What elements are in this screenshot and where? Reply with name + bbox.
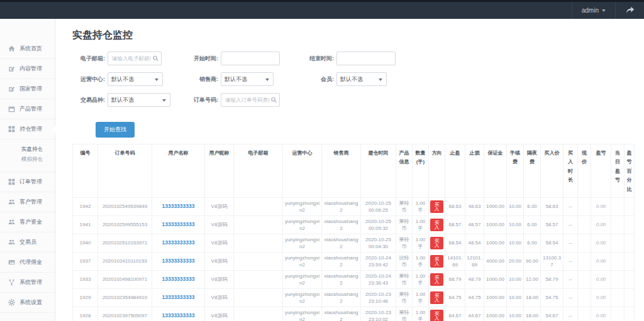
cell-qty: 1.00手 — [413, 198, 429, 216]
cell-day-profit — [611, 289, 625, 307]
logout-button[interactable] — [615, 2, 644, 19]
cell-profit: 0.00 — [591, 253, 611, 271]
table-row: 1942202010254953984913333333333V8源码yunyi… — [73, 198, 635, 216]
cell-profit: 0.00 — [591, 271, 611, 289]
cell-fee: 10.00 — [507, 271, 524, 289]
cell-center: yunyingzhongxin2 — [283, 271, 322, 289]
col-header-seller: 销售商 — [322, 144, 361, 198]
username-link[interactable]: 13333333333 — [162, 221, 194, 227]
col-header-fee: 手续 费 — [507, 144, 524, 198]
sidebar-item-customers[interactable]: 客户管理 — [0, 192, 55, 212]
symbol-select[interactable]: 默认不选 — [108, 93, 170, 107]
cell-username: 13333333333 — [152, 271, 205, 289]
sidebar-submenu: 实盘持仓模拟持仓 — [0, 139, 55, 172]
username-link[interactable]: 13333333333 — [162, 294, 194, 300]
table-body: 1942202010254953984913333333333V8源码yunyi… — [73, 198, 635, 321]
cell-stop-loss: 44.75 — [465, 289, 484, 307]
symbol-label: 交易品种: — [72, 96, 105, 104]
cell-id: 1937 — [73, 253, 98, 271]
search-icon — [271, 97, 277, 103]
username-link[interactable]: 13333333333 — [162, 276, 194, 282]
grid-icon — [8, 126, 15, 133]
users-icon — [8, 239, 15, 246]
cell-nickname: V8源码 — [205, 216, 234, 234]
direction-badge: 买入 — [430, 273, 443, 286]
cell-direction: 买入 — [429, 271, 445, 289]
cell-stop-profit: 64.67 — [445, 307, 465, 321]
sidebar: 系统首页内容管理国家管理产品管理持仓管理实盘持仓模拟持仓订单管理客户管理客户资金… — [0, 19, 55, 321]
cell-buy-price: 58.57 — [541, 216, 564, 234]
center-select[interactable]: 默认不选 — [108, 72, 163, 86]
forward-arrow-icon — [626, 5, 635, 16]
cell-product: 莱特币 — [396, 307, 413, 321]
sidebar-item-label: 代理佣金 — [19, 258, 42, 266]
start-time-input[interactable] — [221, 52, 280, 65]
cell-seller: xiaoshoushang2 — [322, 234, 361, 253]
cell-open-time: 2020-10-23 23:10:46 — [361, 289, 396, 307]
sidebar-item-label: 国家管理 — [19, 85, 42, 93]
sidebar-item-system[interactable]: 系统管理 — [0, 273, 55, 293]
cell-username: 13333333333 — [152, 198, 205, 216]
sidebar-item-funds[interactable]: 客户资金 — [0, 212, 55, 232]
sidebar-item-home[interactable]: 系统首页 — [0, 39, 55, 59]
sidebar-item-traders[interactable]: 交易员 — [0, 232, 55, 253]
cell-margin: 1000.00 — [484, 289, 507, 307]
sidebar-item-content[interactable]: 内容管理 — [0, 59, 55, 79]
col-header-nickname: 用户昵称 — [205, 144, 234, 198]
cell-email — [234, 271, 283, 289]
cell-buy-duration: -- — [564, 307, 578, 321]
order-no-label: 订单号码: — [186, 96, 218, 104]
seller-select[interactable]: 默认不选 — [221, 72, 274, 86]
cell-buy-price: 58.63 — [541, 198, 564, 216]
sidebar-item-country[interactable]: 国家管理 — [0, 79, 55, 99]
cell-center: yunyingzhongxin2 — [283, 198, 322, 216]
cell-nickname: V8源码 — [205, 271, 234, 289]
cell-profit-pct — [625, 307, 635, 321]
home-icon — [8, 45, 15, 52]
cell-overnight-fee: 18.00 — [524, 289, 541, 307]
username-link[interactable]: 13333333333 — [162, 258, 194, 264]
username-link[interactable]: 13333333333 — [162, 203, 194, 209]
cell-order-no: 2020102599555153 — [98, 216, 152, 234]
search-button[interactable]: 开始查找 — [96, 122, 135, 138]
col-header-profit: 盈亏 — [591, 144, 611, 198]
sidebar-item-positions[interactable]: 持仓管理 — [0, 119, 55, 139]
sidebar-subitem-real-positions[interactable]: 实盘持仓 — [0, 144, 55, 154]
user-menu[interactable]: admin — [572, 2, 615, 19]
cell-seller: xiaoshoushang2 — [322, 253, 361, 271]
col-header-center: 运营中心 — [283, 144, 322, 198]
cell-margin: 1000.00 — [484, 271, 507, 289]
cell-open-time: 2020-10-25 00:06:25 — [361, 198, 396, 216]
cell-id: 1929 — [73, 289, 98, 307]
sidebar-item-commission[interactable]: 代理佣金 — [0, 253, 55, 273]
sidebar-item-settings[interactable]: 系统设置 — [0, 293, 55, 313]
cell-day-profit — [611, 216, 625, 234]
cell-email — [234, 234, 283, 253]
username-link[interactable]: 13333333333 — [162, 239, 194, 246]
sidebar-subitem-sim-positions[interactable]: 模拟持仓 — [0, 154, 55, 164]
cell-fee: 10.00 — [507, 234, 524, 253]
cell-order-no: 2020102510153971 — [98, 234, 152, 253]
cell-center: yunyingzhongxin2 — [283, 216, 322, 234]
col-header-product: 产品 信息 — [396, 144, 413, 198]
sidebar-item-label: 内容管理 — [19, 65, 42, 73]
table-header-row: 编号订单号码用户名称用户昵称电子邮箱运营中心销售商建仓时间产品 信息数量 (手)… — [73, 144, 635, 198]
cell-seller: xiaoshoushang2 — [322, 198, 361, 216]
direction-badge: 买入 — [430, 255, 443, 268]
sidebar-item-orders[interactable]: 订单管理 — [0, 172, 55, 192]
cell-id: 1928 — [73, 307, 98, 321]
cell-stop-loss: 12101.69 — [465, 253, 484, 271]
member-select[interactable]: 默认不选 — [336, 72, 387, 86]
end-time-input[interactable] — [336, 52, 396, 65]
cell-current-price — [578, 271, 591, 289]
cell-direction: 买入 — [429, 198, 445, 216]
cell-direction: 买入 — [429, 234, 445, 253]
cell-stop-profit: 68.63 — [445, 198, 465, 216]
table-row: 1937202010241011015313333333333V8源码yunyi… — [73, 253, 635, 271]
cell-order-no: 2020102410110153 — [98, 253, 152, 271]
sidebar-item-product[interactable]: 产品管理 — [0, 99, 55, 119]
username-link[interactable]: 13333333333 — [162, 312, 194, 318]
edit-icon — [8, 85, 15, 92]
cell-id: 1940 — [73, 234, 98, 253]
cell-qty: 1.00手 — [413, 216, 429, 234]
